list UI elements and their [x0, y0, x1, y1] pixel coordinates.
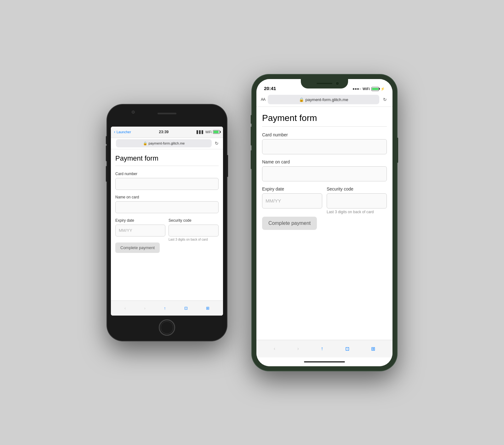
- url-text: payment-form.glitch.me: [149, 141, 185, 145]
- card-number-label: Card number: [262, 132, 387, 137]
- expiry-security-row: Expiry date MM/YY Security code Last 3 d…: [262, 186, 387, 214]
- url-bar[interactable]: AA 🔒 payment-form.glitch.me ↻: [256, 93, 392, 107]
- power-button[interactable]: [227, 155, 228, 177]
- expiry-group: Expiry date MM/YY: [115, 218, 165, 241]
- status-right: ▋▋▋ WiFi: [197, 130, 220, 134]
- security-label: Security code: [327, 186, 387, 191]
- wifi-icon: WiFi: [363, 87, 370, 91]
- expiry-security-row: Expiry date MM/YY Security code Last 3 d…: [115, 218, 219, 241]
- lock-icon: 🔒: [143, 141, 147, 145]
- submit-button[interactable]: Complete payment: [115, 242, 160, 253]
- speaker: [158, 113, 176, 114]
- page-content: Payment form Card number Name on card Ex…: [111, 149, 223, 300]
- mute-button[interactable]: [251, 115, 252, 124]
- iphone-11: 20:41 WiFi ⚡ AA 🔒 payment-form.gl: [252, 75, 397, 371]
- page-title: Payment form: [115, 154, 219, 163]
- security-group: Security code Last 3 digits on back of c…: [327, 186, 387, 214]
- back-button[interactable]: ‹: [274, 346, 275, 351]
- volume-up-button[interactable]: [106, 145, 107, 161]
- lock-icon: 🔒: [299, 97, 304, 102]
- url-bar[interactable]: 🔒 payment-form.glitch.me ↻: [111, 138, 223, 149]
- expiry-label: Expiry date: [115, 218, 165, 223]
- signal-icon: ▋▋▋: [197, 130, 204, 134]
- submit-button[interactable]: Complete payment: [262, 217, 317, 230]
- iphone-7: ‹ Launcher 23:39 ▋▋▋ WiFi 🔒 payment-form…: [107, 105, 227, 341]
- power-button[interactable]: [397, 138, 398, 163]
- speaker-icon: [317, 83, 332, 84]
- refresh-button[interactable]: ↻: [382, 96, 388, 103]
- page-title: Payment form: [262, 113, 387, 123]
- card-number-input[interactable]: [262, 139, 387, 154]
- expiry-input[interactable]: MM/YY: [115, 225, 165, 237]
- status-time: 20:41: [264, 86, 276, 91]
- bookmarks-button[interactable]: ⊡: [345, 346, 349, 352]
- name-input[interactable]: [262, 166, 387, 181]
- status-icons: WiFi ⚡: [353, 87, 385, 91]
- name-label: Name on card: [262, 159, 387, 164]
- home-indicator: [256, 357, 392, 366]
- aa-button[interactable]: AA: [261, 97, 265, 102]
- chevron-left-icon: ‹: [114, 130, 115, 134]
- status-left: ‹ Launcher: [114, 130, 131, 134]
- launcher-label: Launcher: [117, 130, 131, 134]
- refresh-button[interactable]: ↻: [214, 140, 220, 146]
- expiry-placeholder: MM/YY: [266, 198, 281, 203]
- address-bar[interactable]: 🔒 payment-form.glitch.me: [116, 139, 212, 147]
- expiry-label: Expiry date: [262, 186, 322, 191]
- tabs-button[interactable]: ⊞: [371, 346, 375, 352]
- address-bar[interactable]: 🔒 payment-form.glitch.me: [268, 95, 379, 104]
- volume-down-button[interactable]: [106, 166, 107, 182]
- expiry-input[interactable]: MM/YY: [262, 193, 322, 208]
- title-divider: [115, 166, 219, 166]
- security-hint: Last 3 digits on back of card: [327, 210, 387, 214]
- forward-button[interactable]: ›: [297, 346, 299, 351]
- name-label: Name on card: [115, 195, 219, 199]
- name-group: Name on card: [115, 195, 219, 213]
- volume-down-button[interactable]: [251, 150, 252, 169]
- wifi-icon: WiFi: [205, 130, 212, 134]
- browser-nav-bar: ‹ › ↑ ⊡ ⊞: [256, 340, 392, 357]
- card-number-group: Card number: [115, 172, 219, 190]
- card-number-label: Card number: [115, 172, 219, 176]
- notch: [301, 79, 348, 88]
- phone-11-screen: 20:41 WiFi ⚡ AA 🔒 payment-form.gl: [256, 79, 392, 366]
- share-button[interactable]: ↑: [321, 346, 323, 351]
- url-text: payment-form.glitch.me: [306, 97, 348, 102]
- front-camera-icon: [132, 111, 135, 114]
- security-hint: Last 3 digits on back of card: [169, 238, 219, 241]
- expiry-placeholder: MM/YY: [119, 228, 132, 233]
- tabs-button[interactable]: ⊞: [206, 306, 209, 311]
- name-input[interactable]: [115, 201, 219, 213]
- volume-up-button[interactable]: [251, 127, 252, 145]
- expiry-group: Expiry date MM/YY: [262, 186, 322, 214]
- security-input[interactable]: [169, 225, 219, 237]
- battery-icon: [371, 87, 379, 91]
- battery-icon: [213, 130, 220, 134]
- security-label: Security code: [169, 218, 219, 223]
- front-camera-icon: [335, 82, 339, 85]
- card-number-input[interactable]: [115, 178, 219, 190]
- status-time: 23:39: [159, 130, 169, 134]
- share-button[interactable]: ↑: [164, 306, 166, 311]
- bookmarks-button[interactable]: ⊡: [184, 306, 188, 311]
- page-content: Payment form Card number Name on card Ex…: [256, 107, 392, 340]
- mute-button[interactable]: [106, 136, 107, 144]
- signal-icon: [353, 88, 361, 90]
- charging-icon: ⚡: [381, 87, 385, 91]
- browser-nav-bar: ‹ › ↑ ⊡ ⊞: [111, 300, 223, 316]
- back-button[interactable]: ‹: [124, 306, 126, 311]
- forward-button[interactable]: ›: [144, 306, 146, 311]
- name-group: Name on card: [262, 159, 387, 181]
- home-button[interactable]: [159, 319, 175, 336]
- card-number-group: Card number: [262, 132, 387, 154]
- title-divider: [262, 126, 387, 127]
- security-input[interactable]: [327, 193, 387, 208]
- phone-7-screen: ‹ Launcher 23:39 ▋▋▋ WiFi 🔒 payment-form…: [111, 127, 223, 316]
- security-group: Security code Last 3 digits on back of c…: [169, 218, 219, 241]
- status-bar: ‹ Launcher 23:39 ▋▋▋ WiFi: [111, 127, 223, 138]
